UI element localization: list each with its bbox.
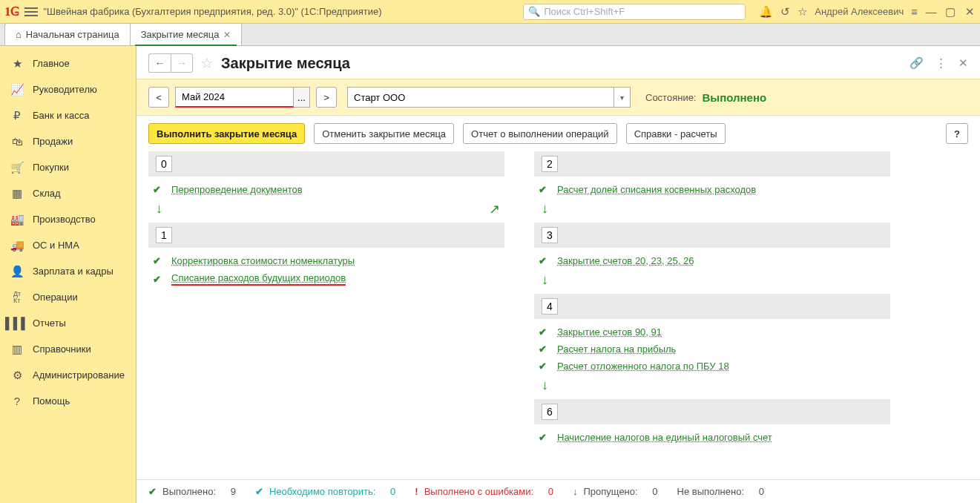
- operation-row: ✔Закрытие счетов 20, 23, 25, 26: [534, 252, 890, 269]
- arrow-down-icon: ↓: [534, 198, 890, 223]
- book-icon: ▥: [10, 343, 24, 356]
- tab-home[interactable]: ⌂ Начальная страница: [4, 23, 131, 45]
- stage-header-1: 1: [148, 223, 504, 248]
- status-label: Состояние:: [645, 92, 696, 103]
- check-icon: ✔: [255, 486, 263, 497]
- operation-link[interactable]: Закрытие счетов 90, 91: [557, 326, 662, 338]
- period-field[interactable]: Май 2024: [175, 87, 294, 108]
- sidebar-item-catalogs[interactable]: ▥Справочники: [0, 336, 136, 362]
- home-icon: ⌂: [16, 29, 22, 40]
- operation-row: ✔Списание расходов будущих периодов: [148, 269, 504, 289]
- operation-row: ✔Корректировка стоимости номенклатуры: [148, 252, 504, 269]
- logo-1c: 1C̵: [4, 4, 19, 19]
- sidebar-item-assets[interactable]: 🚚ОС и НМА: [0, 232, 136, 258]
- search-placeholder: Поиск Ctrl+Shift+F: [544, 6, 625, 17]
- favorite-toggle[interactable]: ☆: [200, 54, 214, 72]
- forward-button[interactable]: →: [171, 53, 193, 73]
- operation-link[interactable]: Списание расходов будущих периодов: [171, 272, 346, 286]
- person-icon: 👤: [10, 265, 24, 278]
- operation-link[interactable]: Перепроведение документов: [171, 184, 303, 195]
- check-icon: ✔: [539, 432, 547, 443]
- bell-icon[interactable]: 🔔: [759, 5, 773, 19]
- check-icon: ✔: [153, 184, 161, 195]
- operation-link[interactable]: Расчет долей списания косвенных расходов: [557, 184, 756, 195]
- window-caption: "Швейная фабрика (Бухгалтерия предприяти…: [44, 6, 382, 17]
- run-closing-button[interactable]: Выполнить закрытие месяца: [148, 123, 305, 144]
- stage-header-2: 2: [534, 151, 890, 177]
- check-icon: ✔: [539, 326, 547, 338]
- status-notdone: Не выполнено: 0: [677, 486, 764, 497]
- sidebar-item-bank[interactable]: ₽Банк и касса: [0, 102, 136, 128]
- sidebar-item-reports[interactable]: ▌▌▌Отчеты: [0, 310, 136, 336]
- link-icon[interactable]: 🔗: [910, 56, 924, 70]
- status-bar: ✔Выполнено: 9 ✔Необходимо повторить: 0 !…: [137, 479, 980, 503]
- warn-icon: !: [415, 486, 418, 497]
- sidebar-item-help[interactable]: ?Помощь: [0, 388, 136, 414]
- sidebar-item-production[interactable]: 🏭Производство: [0, 206, 136, 232]
- operation-link[interactable]: Начисление налогов на единый налоговый с…: [557, 432, 772, 443]
- main-panel: ← → ☆ Закрытие месяца 🔗 ⋮ ✕ < Май 2024 .…: [137, 46, 980, 503]
- chart-icon: 📈: [10, 83, 24, 96]
- operation-link[interactable]: Закрытие счетов 20, 23, 25, 26: [557, 255, 694, 266]
- sidebar-item-admin[interactable]: ⚙Администрирование: [0, 362, 136, 388]
- stages-area: 0 ✔Перепроведение документов ↗ ↓ 1 ✔Корр…: [137, 151, 980, 479]
- titlebar: 1C̵ "Швейная фабрика (Бухгалтерия предпр…: [0, 0, 980, 24]
- menu-icon[interactable]: [24, 7, 38, 16]
- minimize-button[interactable]: —: [925, 5, 937, 18]
- dtkt-icon: ДтКт: [10, 291, 24, 304]
- sidebar-item-purchases[interactable]: 🛒Покупки: [0, 154, 136, 180]
- organization-field[interactable]: Старт ООО: [347, 87, 614, 108]
- stage-header-0: 0: [148, 151, 504, 177]
- period-prev-button[interactable]: <: [148, 87, 169, 108]
- operation-link[interactable]: Расчет отложенного налога по ПБУ 18: [557, 361, 729, 372]
- operations-report-button[interactable]: Отчет о выполнении операций: [463, 123, 617, 144]
- history-icon[interactable]: ↺: [780, 5, 790, 19]
- maximize-button[interactable]: ▢: [944, 5, 956, 19]
- stage-header-6: 6: [534, 399, 890, 424]
- status-skipped: ↓Пропущено: 0: [573, 486, 658, 497]
- close-page-icon[interactable]: ✕: [958, 56, 968, 70]
- page-title: Закрытие месяца: [221, 55, 350, 72]
- help-button[interactable]: ?: [946, 123, 968, 144]
- truck-icon: 🚚: [10, 239, 24, 252]
- period-next-button[interactable]: >: [316, 87, 337, 108]
- stage-header-3: 3: [534, 223, 890, 248]
- sidebar-item-hr[interactable]: 👤Зарплата и кадры: [0, 258, 136, 284]
- sidebar-item-sales[interactable]: 🛍Продажи: [0, 128, 136, 154]
- operation-link[interactable]: Расчет налога на прибыль: [557, 343, 676, 355]
- star-icon[interactable]: ☆: [798, 5, 807, 19]
- operation-row: ✔Расчет налога на прибыль: [534, 341, 890, 358]
- close-window-button[interactable]: ✕: [964, 5, 976, 19]
- check-icon: ✔: [153, 255, 161, 266]
- help-icon: ?: [10, 395, 24, 408]
- tab-month-closing[interactable]: Закрытие месяца ✕: [130, 23, 243, 45]
- arrow-down-icon: ↓: [534, 269, 890, 294]
- tab-label: Начальная страница: [26, 29, 119, 40]
- period-picker-button[interactable]: ...: [294, 87, 310, 108]
- tab-bar: ⌂ Начальная страница Закрытие месяца ✕: [0, 24, 980, 46]
- more-icon[interactable]: ⋮: [935, 56, 947, 70]
- cancel-closing-button[interactable]: Отменить закрытие месяца: [314, 123, 454, 144]
- sidebar-item-main[interactable]: ★Главное: [0, 50, 136, 76]
- skip-icon: ↓: [573, 486, 578, 497]
- sidebar-item-manager[interactable]: 📈Руководителю: [0, 76, 136, 102]
- status-errors: !Выполнено с ошибками: 0: [415, 486, 553, 497]
- check-icon: ✔: [539, 184, 547, 195]
- back-button[interactable]: ←: [148, 53, 171, 73]
- reference-calcs-button[interactable]: Справки - расчеты: [626, 123, 726, 144]
- organization-dropdown[interactable]: ▾: [614, 87, 631, 108]
- close-tab-icon[interactable]: ✕: [223, 30, 231, 40]
- sidebar-item-warehouse[interactable]: ▦Склад: [0, 180, 136, 206]
- check-icon: ✔: [539, 343, 547, 355]
- bag-icon: 🛍: [10, 135, 24, 148]
- user-name[interactable]: Андрей Алексеевич: [815, 6, 904, 17]
- check-icon: ✔: [153, 274, 161, 285]
- global-search[interactable]: 🔍 Поиск Ctrl+Shift+F: [523, 4, 746, 20]
- sidebar: ★Главное 📈Руководителю ₽Банк и касса 🛍Пр…: [0, 46, 137, 503]
- tab-label: Закрытие месяца: [141, 29, 220, 40]
- sidebar-item-operations[interactable]: ДтКтОперации: [0, 284, 136, 310]
- cart-icon: 🛒: [10, 161, 24, 174]
- operation-link[interactable]: Корректировка стоимости номенклатуры: [171, 255, 355, 266]
- check-icon: ✔: [539, 255, 547, 266]
- user-menu-icon[interactable]: ≡: [911, 5, 918, 18]
